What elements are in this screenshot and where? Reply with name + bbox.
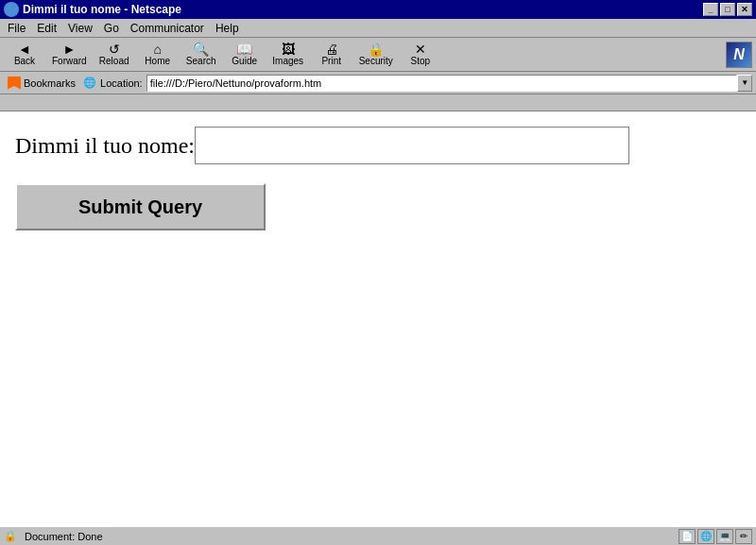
security-button[interactable]: 🔒 Security <box>354 41 398 69</box>
home-icon: ⌂ <box>153 43 161 56</box>
images-button[interactable]: 🖼 Images <box>267 41 309 69</box>
location-dropdown-button[interactable]: ▼ <box>737 75 752 92</box>
submit-row: Submit Query <box>15 183 741 230</box>
guide-label: Guide <box>232 56 257 66</box>
print-label: Print <box>321 56 341 66</box>
menu-bar: File Edit View Go Communicator Help <box>0 19 756 38</box>
menu-view[interactable]: View <box>62 20 98 37</box>
app-icon <box>4 2 19 17</box>
menu-communicator[interactable]: Communicator <box>125 20 210 37</box>
status-icon-1: 📄 <box>679 529 696 544</box>
form-row: Dimmi il tuo nome: <box>15 127 741 164</box>
images-icon: 🖼 <box>282 43 295 56</box>
minimize-button[interactable]: _ <box>703 3 718 16</box>
toolbar: ◄ Back ► Forward ↺ Reload ⌂ Home 🔍 Searc… <box>0 38 756 72</box>
stop-label: Stop <box>411 56 431 66</box>
tab-bar <box>0 94 756 111</box>
back-label: Back <box>14 56 35 66</box>
page-form: Dimmi il tuo nome: Submit Query <box>15 127 741 230</box>
location-bar: Bookmarks 🌐 Location: ▼ <box>0 72 756 94</box>
home-button[interactable]: ⌂ Home <box>137 41 179 69</box>
status-text: Document: Done <box>21 531 107 542</box>
location-input-wrap: ▼ <box>146 75 752 92</box>
window-title: Dimmi il tuo nome - Netscape <box>23 3 181 16</box>
maximize-button[interactable]: □ <box>720 3 735 16</box>
netsite-icon: 🌐 <box>83 77 96 89</box>
netscape-logo: N <box>726 42 752 68</box>
bookmark-icon <box>8 77 21 90</box>
menu-help[interactable]: Help <box>210 20 245 37</box>
location-label: Location: <box>100 77 143 89</box>
browser-content: Dimmi il tuo nome: Submit Query <box>0 111 756 526</box>
guide-button[interactable]: 📖 Guide <box>224 41 266 69</box>
bookmarks-button[interactable]: Bookmarks <box>4 76 79 91</box>
search-icon: 🔍 <box>193 43 209 56</box>
status-lock-icon: 🔒 <box>4 530 17 542</box>
search-button[interactable]: 🔍 Search <box>180 41 222 69</box>
name-input[interactable] <box>195 127 629 164</box>
search-label: Search <box>186 56 216 66</box>
images-label: Images <box>272 56 303 66</box>
tab-placeholder <box>4 97 7 108</box>
bookmarks-label: Bookmarks <box>24 77 76 89</box>
security-icon: 🔒 <box>368 43 384 56</box>
guide-icon: 📖 <box>236 43 252 56</box>
title-bar-controls[interactable]: _ □ ✕ <box>703 3 752 16</box>
reload-button[interactable]: ↺ Reload <box>94 41 135 69</box>
status-icon-2: 🌐 <box>697 529 714 544</box>
status-icon-4: ✏ <box>735 529 752 544</box>
form-label: Dimmi il tuo nome: <box>15 133 195 159</box>
status-icons: 📄 🌐 💻 ✏ <box>679 529 752 544</box>
reload-icon: ↺ <box>109 43 120 56</box>
security-label: Security <box>359 56 393 66</box>
close-button[interactable]: ✕ <box>737 3 752 16</box>
back-button[interactable]: ◄ Back <box>4 41 45 69</box>
forward-icon: ► <box>62 43 76 56</box>
menu-edit[interactable]: Edit <box>31 20 62 37</box>
location-label-wrap: 🌐 Location: <box>83 77 143 89</box>
reload-label: Reload <box>99 56 129 66</box>
forward-label: Forward <box>52 56 87 66</box>
status-icon-3: 💻 <box>716 529 733 544</box>
status-bar: 🔒 Document: Done 📄 🌐 💻 ✏ <box>0 526 756 545</box>
menu-go[interactable]: Go <box>98 20 125 37</box>
location-input[interactable] <box>146 75 738 92</box>
home-label: Home <box>145 56 170 66</box>
title-bar-left: Dimmi il tuo nome - Netscape <box>4 2 181 17</box>
stop-button[interactable]: ✕ Stop <box>400 41 441 69</box>
submit-button[interactable]: Submit Query <box>15 183 266 230</box>
status-left: 🔒 Document: Done <box>4 530 107 542</box>
back-icon: ◄ <box>18 43 31 56</box>
print-button[interactable]: 🖨 Print <box>311 41 352 69</box>
stop-icon: ✕ <box>415 43 426 56</box>
forward-button[interactable]: ► Forward <box>47 41 92 69</box>
menu-file[interactable]: File <box>2 20 31 37</box>
print-icon: 🖨 <box>325 43 338 56</box>
title-bar: Dimmi il tuo nome - Netscape _ □ ✕ <box>0 0 756 19</box>
